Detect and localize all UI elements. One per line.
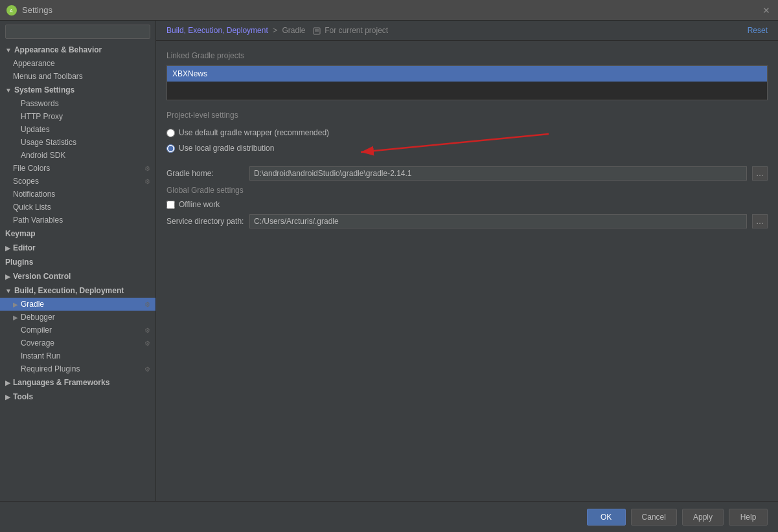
sidebar-item-label: Updates [21, 125, 50, 134]
expand-arrow-version-control: ▶ [5, 273, 10, 280]
sidebar-item-label: HTTP Proxy [21, 112, 63, 121]
expand-arrow-tools: ▶ [5, 393, 10, 401]
expand-arrow-build-exec-deploy: ▼ [5, 287, 12, 294]
sidebar-item-label: Passwords [21, 99, 59, 108]
sidebar-item-menus-toolbars[interactable]: Menus and Toolbars [0, 70, 155, 83]
sidebar-item-gradle[interactable]: ▶ Gradle ⚙ [0, 298, 155, 311]
sidebar-item-label: Quick Lists [13, 203, 51, 212]
nav-label-editor: Editor [13, 243, 36, 252]
close-button[interactable]: ✕ [761, 5, 772, 16]
sidebar-item-compiler[interactable]: Compiler ⚙ [0, 324, 155, 337]
nav-label-build-exec-deploy: Build, Execution, Deployment [14, 286, 124, 295]
breadcrumb-current: Gradle [282, 26, 305, 35]
service-dir-row: Service directory path: … [166, 214, 768, 228]
settings-icon-gradle: ⚙ [144, 301, 150, 308]
sidebar-item-notifications[interactable]: Notifications [0, 188, 155, 201]
service-dir-input[interactable] [249, 214, 747, 228]
nav-group-appearance-behavior[interactable]: ▼ Appearance & Behavior [0, 43, 155, 57]
nav-item-keymap[interactable]: Keymap [0, 227, 155, 241]
sidebar-item-usage-statistics[interactable]: Usage Statistics [0, 136, 155, 149]
project-level-title: Project-level settings [166, 111, 768, 120]
sidebar-item-label: Required Plugins [21, 364, 80, 373]
sidebar-item-label: Gradle [21, 300, 44, 309]
sidebar-item-label: Usage Statistics [21, 138, 76, 147]
nav-label-tools: Tools [13, 392, 33, 401]
radio-label-default: Use default gradle wrapper (recommended) [179, 128, 329, 137]
settings-icon-coverage: ⚙ [144, 340, 150, 347]
sidebar-item-quick-lists[interactable]: Quick Lists [0, 201, 155, 214]
radio-item-local-dist[interactable]: Use local gradle distribution [166, 140, 768, 156]
nav-group-languages-frameworks[interactable]: ▶ Languages & Frameworks [0, 375, 155, 390]
content-area: Build, Execution, Deployment > Gradle Fo… [156, 21, 778, 501]
expand-arrow-debugger: ▶ [13, 314, 18, 321]
gradle-home-label: Gradle home: [166, 169, 244, 178]
svg-text:A: A [10, 8, 13, 13]
expand-arrow-system-settings: ▼ [5, 87, 12, 94]
sidebar-item-android-sdk[interactable]: Android SDK [0, 149, 155, 162]
nav-group-editor[interactable]: ▶ Editor [0, 241, 155, 255]
expand-arrow-gradle: ▶ [13, 301, 18, 308]
sidebar-item-label: Compiler [21, 326, 52, 335]
sidebar-item-label: Plugins [5, 258, 33, 267]
breadcrumb-separator: > [273, 26, 279, 35]
search-bar: 🔍 [0, 21, 155, 43]
radio-local-dist[interactable] [166, 144, 175, 153]
breadcrumb-project-note: For current project [313, 26, 388, 35]
expand-arrow-editor: ▶ [5, 245, 10, 252]
global-gradle-title: Global Gradle settings [166, 186, 768, 195]
sidebar-item-path-variables[interactable]: Path Variables [0, 214, 155, 227]
apply-button[interactable]: Apply [682, 509, 724, 526]
sidebar-item-label: Menus and Toolbars [13, 72, 83, 81]
sidebar-item-label: Notifications [13, 190, 55, 199]
nav-group-system-settings[interactable]: ▼ System Settings [0, 83, 155, 97]
search-input[interactable] [5, 25, 150, 39]
sidebar-item-label: Coverage [21, 338, 54, 348]
bottom-bar: OK Cancel Apply Help [0, 501, 778, 532]
ok-button[interactable]: OK [587, 509, 626, 526]
nav-label-languages-frameworks: Languages & Frameworks [13, 378, 109, 387]
cancel-button[interactable]: Cancel [631, 509, 677, 526]
sidebar-item-coverage[interactable]: Coverage ⚙ [0, 337, 155, 349]
linked-projects-title: Linked Gradle projects [166, 51, 768, 60]
nav-label-system-settings: System Settings [14, 85, 74, 94]
sidebar-item-appearance[interactable]: Appearance [0, 57, 155, 70]
nav-group-tools[interactable]: ▶ Tools [0, 390, 155, 404]
radio-default-wrapper[interactable] [166, 129, 175, 137]
sidebar-item-updates[interactable]: Updates [0, 123, 155, 136]
offline-work-checkbox[interactable] [166, 201, 175, 209]
breadcrumb-bar: Build, Execution, Deployment > Gradle Fo… [156, 21, 778, 41]
title-bar: A Settings ✕ [0, 0, 778, 21]
sidebar-item-instant-run[interactable]: Instant Run [0, 349, 155, 362]
sidebar-item-label: Android SDK [21, 151, 65, 160]
nav-group-version-control[interactable]: ▶ Version Control [0, 269, 155, 283]
sidebar-item-file-colors[interactable]: File Colors ⚙ [0, 162, 155, 175]
breadcrumb-path: Build, Execution, Deployment [166, 26, 268, 35]
reset-link[interactable]: Reset [748, 26, 768, 35]
nav-item-plugins[interactable]: Plugins [0, 255, 155, 269]
sidebar-item-required-plugins[interactable]: Required Plugins ⚙ [0, 362, 155, 375]
window-title: Settings [22, 5, 52, 15]
nav-group-build-exec-deploy[interactable]: ▼ Build, Execution, Deployment [0, 283, 155, 298]
settings-content: Linked Gradle projects XBXNews Project-l… [156, 41, 778, 501]
help-button[interactable]: Help [729, 509, 768, 526]
sidebar-item-passwords[interactable]: Passwords [0, 97, 155, 110]
service-dir-browse-button[interactable]: … [752, 214, 768, 228]
linked-projects-box: XBXNews [166, 65, 768, 100]
sidebar-item-label: File Colors [13, 164, 50, 173]
service-dir-label: Service directory path: [166, 217, 244, 226]
sidebar-item-http-proxy[interactable]: HTTP Proxy [0, 110, 155, 123]
gradle-home-input[interactable] [249, 166, 747, 181]
settings-icon-compiler: ⚙ [144, 327, 150, 334]
sidebar-item-scopes[interactable]: Scopes ⚙ [0, 175, 155, 188]
settings-icon-required-plugins: ⚙ [144, 366, 150, 373]
linked-project-item[interactable]: XBXNews [167, 66, 767, 82]
gradle-home-row: Gradle home: … [166, 166, 768, 181]
sidebar-item-debugger[interactable]: ▶ Debugger [0, 311, 155, 324]
offline-work-checkbox-row[interactable]: Offline work [166, 200, 768, 209]
app-icon: A [6, 5, 17, 16]
gradle-home-browse-button[interactable]: … [752, 166, 768, 181]
sidebar-item-label: Scopes [13, 177, 39, 186]
radio-item-default-wrapper[interactable]: Use default gradle wrapper (recommended) [166, 125, 768, 140]
sidebar: 🔍 ▼ Appearance & Behavior Appearance Men… [0, 21, 156, 501]
sidebar-item-label: Path Variables [13, 216, 63, 225]
